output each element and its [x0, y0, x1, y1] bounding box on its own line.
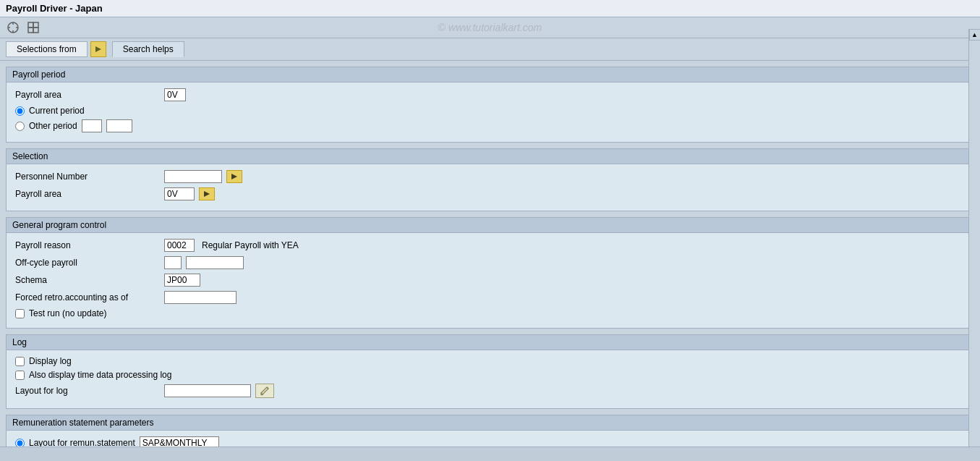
- svg-rect-8: [33, 28, 38, 33]
- forced-retro-row: Forced retro.accounting as of: [15, 291, 965, 304]
- personnel-number-arrow-btn[interactable]: [226, 170, 242, 183]
- section-header-payroll-period: Payroll period: [7, 67, 973, 83]
- personnel-number-label: Personnel Number: [15, 172, 160, 182]
- other-period-input2[interactable]: [106, 119, 132, 132]
- layout-log-label: Layout for log: [15, 386, 160, 396]
- layout-log-input[interactable]: [164, 384, 251, 397]
- personnel-number-input[interactable]: [164, 170, 222, 183]
- toolbar: © www.tutorialkart.com: [0, 17, 980, 38]
- payroll-reason-desc: Regular Payroll with YEA: [202, 240, 299, 250]
- scroll-track: [969, 41, 981, 449]
- also-display-checkbox[interactable]: [15, 371, 25, 380]
- scroll-up-arrow[interactable]: ▲: [969, 29, 981, 41]
- page-title: Payroll Driver - Japan: [6, 3, 103, 14]
- selection-payroll-area-input[interactable]: [164, 187, 195, 200]
- section-body-general-program: Payroll reason Regular Payroll with YEA …: [7, 233, 973, 328]
- selection-payroll-area-arrow-btn[interactable]: [199, 187, 215, 200]
- section-body-selection: Personnel Number Payroll area: [7, 164, 973, 211]
- section-body-log: Display log Also display time data proce…: [7, 350, 973, 408]
- svg-rect-6: [33, 22, 38, 28]
- section-header-remuneration: Remuneration statement parameters: [7, 415, 973, 431]
- current-period-row: Current period: [15, 106, 965, 116]
- off-cycle-row: Off-cycle payroll: [15, 256, 965, 269]
- current-period-label: Current period: [29, 106, 85, 116]
- off-cycle-input1[interactable]: [164, 256, 182, 269]
- personnel-number-row: Personnel Number: [15, 170, 965, 183]
- section-selection: Selection Personnel Number Payroll area: [6, 148, 974, 211]
- forced-retro-input[interactable]: [164, 291, 237, 304]
- scrollbar: ▲ ▼: [968, 29, 980, 461]
- tab-bar: Selections from Search helps: [0, 38, 980, 61]
- payroll-reason-row: Payroll reason Regular Payroll with YEA: [15, 239, 965, 252]
- also-display-row: Also display time data processing log: [15, 370, 965, 380]
- svg-marker-9: [95, 46, 101, 52]
- forced-retro-label: Forced retro.accounting as of: [15, 292, 160, 303]
- display-log-row: Display log: [15, 356, 965, 366]
- tab-selections-from[interactable]: Selections from: [6, 41, 88, 57]
- section-header-log: Log: [7, 335, 973, 350]
- payroll-area-input[interactable]: [164, 88, 186, 101]
- other-period-radio[interactable]: [15, 122, 25, 131]
- display-log-checkbox[interactable]: [15, 357, 25, 366]
- watermark: © www.tutorialkart.com: [438, 22, 542, 33]
- section-body-payroll-period: Payroll area Current period Other period: [7, 83, 973, 142]
- other-period-row: Other period: [15, 119, 965, 132]
- layout-log-pencil-btn[interactable]: [255, 384, 274, 398]
- payroll-area-row: Payroll area: [15, 88, 965, 101]
- other-period-input1[interactable]: [82, 119, 102, 132]
- other-period-label: Other period: [29, 121, 77, 131]
- section-log: Log Display log Also display time data p…: [6, 334, 974, 409]
- svg-rect-7: [28, 28, 33, 33]
- section-header-general-program: General program control: [7, 218, 973, 233]
- off-cycle-label: Off-cycle payroll: [15, 258, 160, 268]
- tab-search-helps[interactable]: Search helps: [112, 41, 184, 57]
- toolbar-icon-2[interactable]: [26, 20, 41, 35]
- toolbar-icon-1[interactable]: [6, 20, 20, 35]
- title-bar: Payroll Driver - Japan: [0, 0, 980, 17]
- payroll-area-label: Payroll area: [15, 90, 160, 100]
- main-content: Payroll period Payroll area Current peri…: [0, 61, 980, 461]
- test-run-row: Test run (no update): [15, 308, 965, 318]
- schema-row: Schema: [15, 274, 965, 287]
- test-run-label: Test run (no update): [29, 308, 106, 318]
- tab-arrow-icon[interactable]: [90, 41, 106, 57]
- payroll-reason-code-input[interactable]: [164, 239, 195, 252]
- off-cycle-input2[interactable]: [186, 256, 244, 269]
- payroll-reason-label: Payroll reason: [15, 240, 160, 250]
- svg-marker-10: [231, 174, 237, 179]
- layout-log-row: Layout for log: [15, 384, 965, 398]
- display-log-label: Display log: [29, 356, 72, 366]
- also-display-label: Also display time data processing log: [29, 370, 171, 380]
- svg-rect-5: [28, 22, 33, 28]
- selection-payroll-area-row: Payroll area: [15, 187, 965, 200]
- test-run-checkbox[interactable]: [15, 309, 25, 318]
- section-payroll-period: Payroll period Payroll area Current peri…: [6, 67, 974, 143]
- schema-input[interactable]: [164, 274, 200, 287]
- schema-label: Schema: [15, 275, 160, 285]
- svg-marker-11: [204, 191, 210, 197]
- selection-payroll-area-label: Payroll area: [15, 189, 160, 199]
- section-header-selection: Selection: [7, 149, 973, 164]
- section-general-program: General program control Payroll reason R…: [6, 217, 974, 329]
- bottom-bar: [0, 447, 980, 461]
- current-period-radio[interactable]: [15, 106, 25, 116]
